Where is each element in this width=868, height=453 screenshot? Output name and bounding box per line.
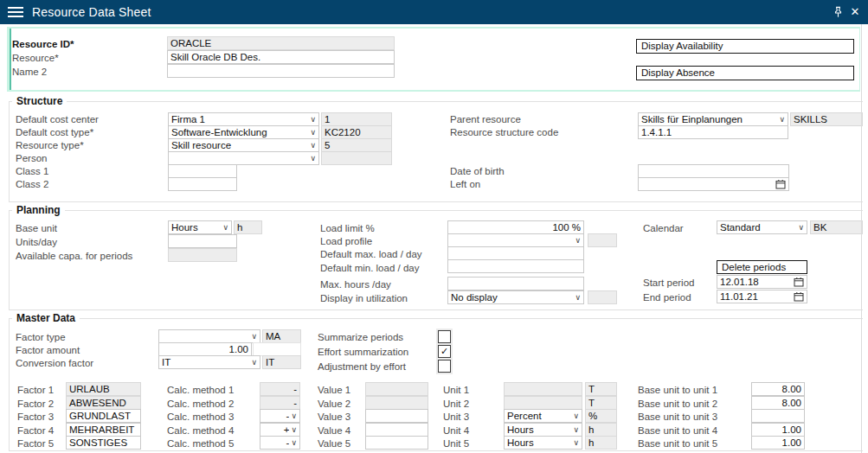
chevron-down-icon: ∨	[222, 221, 228, 233]
calc-method-select[interactable]: -∨	[260, 436, 300, 450]
factor-input[interactable]: SONSTIGES	[66, 436, 141, 450]
resource-type-select[interactable]: Skill resource∨	[168, 138, 319, 152]
base-unit-select[interactable]: Hours∨	[168, 220, 232, 234]
unit-select[interactable]: Hours∨	[504, 436, 582, 450]
max-hours-day-input[interactable]	[447, 277, 584, 290]
base-unit-to-unit-input[interactable]: 1.00	[751, 436, 805, 450]
unit-label: Unit 4	[443, 424, 469, 437]
value-label: Value 1	[318, 384, 350, 397]
load-profile-select[interactable]: ∨	[447, 233, 584, 247]
unit-select[interactable]: Hours∨	[504, 423, 582, 437]
default-min-load-label: Default min. load / day	[320, 262, 419, 275]
name2-label: Name 2	[12, 66, 47, 79]
default-max-load-input[interactable]	[447, 246, 584, 260]
calc-method-select[interactable]: -∨	[260, 409, 300, 423]
factor-input[interactable]: GRUNDLAST	[66, 409, 141, 423]
unit-label: Unit 2	[443, 398, 469, 411]
factor-type-select[interactable]: ∨	[158, 329, 260, 343]
active-section-highlight	[7, 27, 860, 92]
panel-right-border	[861, 24, 862, 453]
parent-resource-select[interactable]: Skills für Einplanungen∨	[638, 112, 788, 126]
calc-method-label: Calc. method 1	[167, 384, 234, 397]
conversion-factor-label: Conversion factor	[16, 357, 93, 370]
value-label: Value 3	[318, 411, 350, 424]
default-min-load-input[interactable]	[447, 259, 584, 273]
date-value: 12.01.18	[720, 276, 759, 288]
person-select[interactable]: ∨	[168, 151, 319, 165]
calendar-icon[interactable]	[775, 179, 786, 189]
base-unit-to-unit-input[interactable]: 1.00	[751, 423, 805, 437]
resource-structure-code-input[interactable]: 1.4.1.1	[638, 125, 788, 139]
chevron-down-icon: ∨	[291, 437, 297, 449]
name2-input[interactable]	[167, 64, 395, 78]
chevron-down-icon: ∨	[310, 126, 316, 138]
value-input[interactable]	[365, 423, 428, 437]
chevron-down-icon: ∨	[798, 221, 804, 233]
calendar-icon[interactable]	[794, 291, 804, 302]
master-bottom-border	[9, 450, 863, 451]
active-section-accent	[10, 29, 11, 90]
effort-summarization-checkbox[interactable]: ✓	[438, 345, 451, 358]
default-cost-center-select[interactable]: Firma 1∨	[168, 112, 319, 126]
summarize-periods-label: Summarize periods	[318, 331, 403, 344]
unit-code: T	[585, 396, 617, 410]
selected-value: Software-Entwicklung	[171, 126, 308, 138]
base-unit-to-unit-input[interactable]: 8.00	[751, 396, 805, 410]
base-unit-code: h	[234, 220, 262, 234]
selected-value: Hours	[507, 437, 571, 449]
resource-data-sheet-window: Resource Data Sheet ✕ Resource ID* Resou…	[0, 0, 868, 453]
display-in-utilization-select[interactable]: No display∨	[447, 290, 584, 304]
calendar-icon[interactable]	[794, 277, 804, 287]
close-icon[interactable]: ✕	[847, 4, 863, 20]
base-unit-to-unit-input[interactable]	[751, 409, 805, 423]
resource-type-code: 5	[321, 138, 392, 152]
start-period-label: Start period	[643, 277, 694, 290]
selected-value: Standard	[720, 221, 796, 233]
value-input[interactable]	[365, 436, 428, 450]
calc-method-label: Calc. method 4	[167, 424, 234, 437]
conversion-factor-select[interactable]: IT∨	[158, 355, 260, 369]
date-value: 11.01.21	[720, 290, 758, 303]
unit-select[interactable]: Percent∨	[504, 409, 582, 423]
factor-amount-input[interactable]: 1.00	[158, 342, 252, 356]
start-period-input[interactable]: 12.01.18	[717, 275, 807, 289]
value-field	[365, 396, 428, 410]
load-limit-input[interactable]: 100 %	[447, 220, 584, 234]
units-day-label: Units/day	[16, 236, 57, 249]
left-on-input[interactable]	[638, 177, 789, 191]
end-period-input[interactable]: 11.01.21	[717, 290, 807, 303]
hamburger-menu-icon[interactable]	[8, 7, 23, 17]
pin-icon[interactable]	[830, 4, 845, 20]
factor-input[interactable]: MEHRARBEIT	[66, 423, 141, 437]
factor-field: ABWESEND	[66, 396, 141, 410]
display-availability-button[interactable]: Display Availability	[636, 39, 854, 54]
calc-method-label: Calc. method 5	[167, 437, 234, 450]
unit-field	[504, 396, 582, 410]
class2-input[interactable]	[168, 177, 237, 191]
chevron-down-icon: ∨	[251, 330, 257, 342]
value-input[interactable]	[365, 409, 428, 423]
base-unit-to-unit-label: Base unit to unit 4	[638, 424, 717, 437]
date-of-birth-input[interactable]	[638, 164, 789, 178]
calc-method-select[interactable]: +∨	[260, 423, 300, 437]
summarize-periods-checkbox[interactable]	[438, 330, 451, 343]
unit-code: %	[585, 409, 617, 423]
available-capa-label: Available capa. for periods	[16, 250, 132, 263]
adjustment-by-effort-checkbox[interactable]	[438, 360, 451, 373]
class1-input[interactable]	[168, 164, 237, 178]
resource-name-label: Resource*	[12, 52, 59, 65]
default-cost-type-select[interactable]: Software-Entwicklung∨	[168, 125, 319, 139]
factor-label: Factor 5	[17, 437, 54, 450]
value-label: Value 2	[318, 398, 350, 411]
base-unit-to-unit-input[interactable]: 8.00	[751, 382, 805, 396]
delete-periods-button[interactable]: Delete periods	[717, 260, 807, 274]
calendar-select[interactable]: Standard∨	[717, 220, 807, 234]
default-max-load-label: Default max. load / day	[320, 248, 422, 261]
base-unit-to-unit-label: Base unit to unit 5	[638, 437, 717, 450]
base-unit-to-unit-label: Base unit to unit 3	[638, 411, 717, 424]
selected-value: -	[263, 410, 289, 422]
units-day-input[interactable]	[168, 234, 237, 248]
display-absence-button[interactable]: Display Absence	[636, 66, 854, 80]
master-top-border	[9, 318, 863, 319]
resource-name-input[interactable]: Skill Oracle DB Des.	[167, 50, 395, 64]
